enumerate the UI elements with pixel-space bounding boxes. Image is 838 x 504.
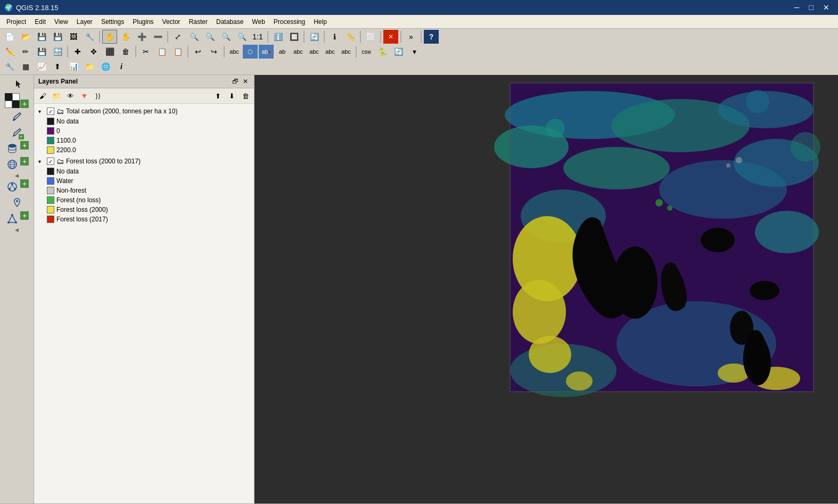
- info-i-button[interactable]: i: [114, 60, 129, 73]
- paste-features-button[interactable]: 📋: [170, 45, 185, 59]
- zoom-to-layer-button[interactable]: 🔍: [202, 30, 217, 44]
- vertex-add-button[interactable]: +: [20, 211, 29, 220]
- redo-button[interactable]: ↪: [207, 45, 221, 59]
- menu-view[interactable]: View: [50, 17, 72, 27]
- touch-select-button[interactable]: [10, 77, 24, 92]
- cut-features-button[interactable]: ✂: [138, 45, 153, 59]
- add-feature-button[interactable]: ✚: [70, 45, 85, 59]
- delete-selected-button[interactable]: 🗑: [118, 45, 133, 59]
- history-button[interactable]: 🔄: [391, 45, 406, 59]
- move-feature-button[interactable]: ✥: [86, 45, 101, 59]
- panel-float-button[interactable]: 🗗: [231, 77, 240, 86]
- move-layer-up-button[interactable]: ⬆: [211, 90, 224, 102]
- file-raster-button[interactable]: 📊: [66, 60, 81, 73]
- edit-pencil-button[interactable]: ✏️: [2, 45, 17, 59]
- close-button[interactable]: ✕: [819, 2, 834, 13]
- minimize-button[interactable]: ─: [790, 2, 804, 13]
- network-add-button[interactable]: +: [20, 179, 29, 188]
- db-add-button[interactable]: +: [20, 141, 29, 150]
- globe-add-button[interactable]: +: [20, 157, 29, 166]
- menu-plugins[interactable]: Plugins: [128, 17, 158, 27]
- carbon-checkbox[interactable]: [47, 108, 54, 115]
- print-composer-button[interactable]: 🖼: [66, 30, 81, 44]
- add-layer-button[interactable]: +: [20, 100, 29, 108]
- zoom-native-button[interactable]: 1:1: [250, 30, 265, 44]
- globe-grid-button[interactable]: [5, 157, 20, 172]
- expand-more-button[interactable]: ▾: [407, 45, 422, 59]
- add-layer-group-button[interactable]: 📁: [50, 90, 63, 102]
- select-rect-button[interactable]: ⬜: [363, 30, 378, 44]
- layer-forest-header[interactable]: ▾ 🗂 Forest loss (2000 to 2017): [34, 156, 254, 167]
- zoom-in-button[interactable]: ➕: [134, 30, 149, 44]
- label-abc5-button[interactable]: abc: [323, 45, 338, 59]
- label-abc4-button[interactable]: abc: [307, 45, 322, 59]
- measure-button[interactable]: 📏: [343, 30, 358, 44]
- pin-tool-button[interactable]: [10, 195, 24, 210]
- expand-all-button[interactable]: ⟩⟩: [92, 90, 104, 102]
- maximize-button[interactable]: □: [805, 2, 818, 13]
- move-layer-down-button[interactable]: ⬇: [225, 90, 238, 102]
- save-edits-button[interactable]: 💾: [34, 45, 49, 59]
- menu-layer[interactable]: Layer: [72, 17, 97, 27]
- label-3d-button[interactable]: ⬡: [243, 45, 258, 59]
- table-button[interactable]: ▦: [18, 60, 33, 73]
- zoom-out-button[interactable]: ➖: [150, 30, 165, 44]
- pen-add-button[interactable]: +: [10, 125, 24, 140]
- label-abc2-button[interactable]: ab: [275, 45, 290, 59]
- settings-button[interactable]: 🔧: [82, 30, 97, 44]
- forest-expand-button[interactable]: ▾: [38, 159, 45, 164]
- menu-settings[interactable]: Settings: [97, 17, 128, 27]
- label-abc3-button[interactable]: abc: [291, 45, 306, 59]
- vertex-button[interactable]: [5, 211, 20, 226]
- identify-features-button[interactable]: ℹ: [327, 30, 342, 44]
- layer-carbon-header[interactable]: ▾ 🗂 Total carbon (2000, tonnes per ha x …: [34, 106, 254, 117]
- menu-project[interactable]: Project: [2, 17, 30, 27]
- menu-web[interactable]: Web: [248, 17, 269, 27]
- select-features-button[interactable]: 🔲: [286, 30, 301, 44]
- network-globe-button[interactable]: [5, 179, 20, 194]
- filter-layer-button[interactable]: 🔻: [78, 90, 91, 102]
- menu-processing[interactable]: Processing: [269, 17, 309, 27]
- menu-help[interactable]: Help: [309, 17, 331, 27]
- label-abc-button[interactable]: abc: [227, 45, 242, 59]
- pan-map-button[interactable]: ✋: [118, 30, 133, 44]
- open-project-button[interactable]: 📂: [18, 30, 33, 44]
- zoom-last-button[interactable]: 🔍: [218, 30, 233, 44]
- menu-raster[interactable]: Raster: [185, 17, 212, 27]
- rollback-edits-button[interactable]: 🔙: [50, 45, 65, 59]
- csw-button[interactable]: csw: [359, 45, 374, 59]
- save-as-button[interactable]: 💾: [50, 30, 65, 44]
- map-area[interactable]: #complex-map { position: absolute; top: …: [254, 75, 838, 503]
- manage-visibility-button[interactable]: 👁: [64, 90, 77, 102]
- pan-button[interactable]: ✋: [102, 30, 117, 44]
- menu-vector[interactable]: Vector: [158, 17, 185, 27]
- remove-layer-button[interactable]: 🗑: [239, 90, 252, 102]
- upload-button[interactable]: ⬆: [50, 60, 65, 73]
- deselect-button[interactable]: ✕: [383, 30, 398, 44]
- copy-features-button[interactable]: 📋: [154, 45, 169, 59]
- refresh-button[interactable]: 🔄: [307, 30, 322, 44]
- help-button[interactable]: ?: [424, 30, 439, 44]
- label-abc6-button[interactable]: abc: [339, 45, 354, 59]
- zoom-to-selection-button[interactable]: 🔍: [186, 30, 201, 44]
- edit-digitize-button[interactable]: ✏: [18, 45, 33, 59]
- layer-style-button[interactable]: 🖌: [36, 90, 49, 102]
- save-project-button[interactable]: 💾: [34, 30, 49, 44]
- identify-button[interactable]: ℹ️: [270, 30, 285, 44]
- db-button[interactable]: [5, 141, 20, 156]
- zoom-next-button[interactable]: 🔍: [234, 30, 249, 44]
- chart-button[interactable]: 📈: [34, 60, 49, 73]
- menu-database[interactable]: Database: [212, 17, 248, 27]
- label-ab-active-button[interactable]: ab■: [259, 45, 274, 59]
- panel-close-button[interactable]: ✕: [241, 77, 250, 86]
- undo-button[interactable]: ↩: [191, 45, 206, 59]
- wrench-button[interactable]: 🔧: [2, 60, 17, 73]
- folder-dark-button[interactable]: 📁: [82, 60, 97, 73]
- menu-edit[interactable]: Edit: [30, 17, 50, 27]
- zoom-full-button[interactable]: ⤢: [170, 30, 185, 44]
- new-project-button[interactable]: 📄: [2, 30, 17, 44]
- python-button[interactable]: 🐍: [375, 45, 390, 59]
- node-tool-button[interactable]: ⬛: [102, 45, 117, 59]
- more-tools-button[interactable]: »: [404, 30, 418, 44]
- pen-tool-button[interactable]: [10, 109, 24, 124]
